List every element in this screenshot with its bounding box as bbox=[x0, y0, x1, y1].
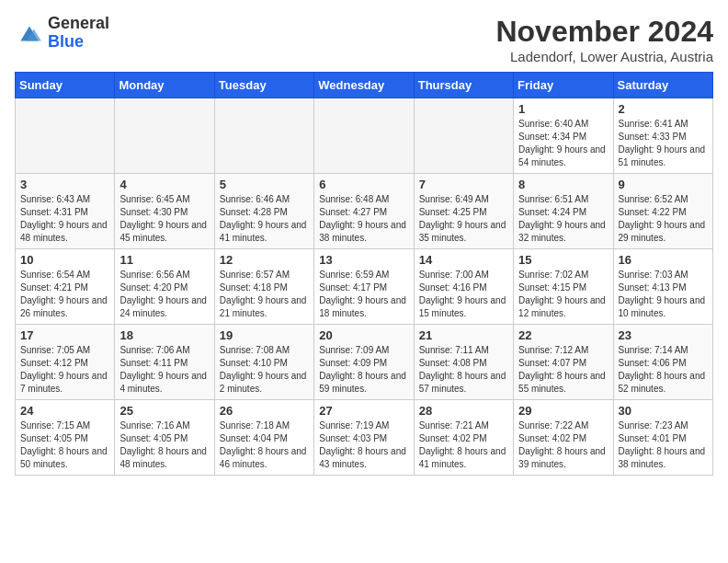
calendar-cell: 30Sunrise: 7:23 AMSunset: 4:01 PMDayligh… bbox=[613, 400, 712, 476]
day-number: 23 bbox=[619, 328, 708, 342]
month-title: November 2024 bbox=[495, 15, 713, 49]
day-info: Sunrise: 7:22 AMSunset: 4:02 PMDaylight:… bbox=[518, 419, 608, 471]
logo-general: General bbox=[48, 14, 109, 32]
calendar-cell: 6Sunrise: 6:48 AMSunset: 4:27 PMDaylight… bbox=[314, 174, 414, 249]
day-info: Sunrise: 7:18 AMSunset: 4:04 PMDaylight:… bbox=[220, 419, 309, 471]
day-number: 27 bbox=[319, 404, 408, 418]
calendar-cell: 25Sunrise: 7:16 AMSunset: 4:05 PMDayligh… bbox=[115, 400, 214, 476]
page-header: General Blue November 2024 Ladendorf, Lo… bbox=[15, 15, 713, 64]
day-number: 20 bbox=[319, 328, 408, 342]
day-number: 11 bbox=[119, 253, 209, 267]
calendar-week-2: 3Sunrise: 6:43 AMSunset: 4:31 PMDaylight… bbox=[16, 174, 713, 249]
day-info: Sunrise: 7:11 AMSunset: 4:08 PMDaylight:… bbox=[419, 344, 508, 396]
day-number: 3 bbox=[20, 178, 109, 191]
calendar-cell: 2Sunrise: 6:41 AMSunset: 4:33 PMDaylight… bbox=[613, 98, 712, 174]
day-info: Sunrise: 6:51 AMSunset: 4:24 PMDaylight:… bbox=[518, 193, 608, 245]
day-info: Sunrise: 7:05 AMSunset: 4:12 PMDaylight:… bbox=[20, 344, 109, 396]
day-info: Sunrise: 6:43 AMSunset: 4:31 PMDaylight:… bbox=[20, 193, 109, 245]
calendar-cell: 21Sunrise: 7:11 AMSunset: 4:08 PMDayligh… bbox=[414, 325, 513, 400]
day-number: 21 bbox=[419, 328, 508, 342]
day-number: 16 bbox=[619, 253, 708, 267]
day-number: 9 bbox=[619, 178, 708, 191]
day-number: 5 bbox=[220, 178, 309, 191]
calendar-cell bbox=[314, 98, 414, 174]
calendar-cell bbox=[115, 98, 214, 174]
calendar-cell: 5Sunrise: 6:46 AMSunset: 4:28 PMDaylight… bbox=[214, 174, 313, 249]
calendar-cell: 27Sunrise: 7:19 AMSunset: 4:03 PMDayligh… bbox=[314, 400, 414, 476]
calendar-week-3: 10Sunrise: 6:54 AMSunset: 4:21 PMDayligh… bbox=[16, 249, 713, 325]
day-info: Sunrise: 7:03 AMSunset: 4:13 PMDaylight:… bbox=[619, 269, 708, 320]
day-info: Sunrise: 6:59 AMSunset: 4:17 PMDaylight:… bbox=[319, 269, 408, 320]
day-info: Sunrise: 7:00 AMSunset: 4:16 PMDaylight:… bbox=[419, 269, 508, 320]
day-info: Sunrise: 7:02 AMSunset: 4:15 PMDaylight:… bbox=[518, 269, 608, 320]
day-info: Sunrise: 7:21 AMSunset: 4:02 PMDaylight:… bbox=[419, 419, 508, 471]
day-info: Sunrise: 6:49 AMSunset: 4:25 PMDaylight:… bbox=[419, 193, 508, 245]
day-number: 24 bbox=[20, 404, 109, 418]
calendar-cell: 13Sunrise: 6:59 AMSunset: 4:17 PMDayligh… bbox=[314, 249, 414, 325]
day-number: 18 bbox=[119, 328, 209, 342]
day-number: 13 bbox=[319, 253, 408, 267]
calendar-week-5: 24Sunrise: 7:15 AMSunset: 4:05 PMDayligh… bbox=[16, 400, 713, 476]
calendar-cell: 8Sunrise: 6:51 AMSunset: 4:24 PMDaylight… bbox=[514, 174, 613, 249]
calendar-cell: 7Sunrise: 6:49 AMSunset: 4:25 PMDaylight… bbox=[414, 174, 513, 249]
title-block: November 2024 Ladendorf, Lower Austria, … bbox=[495, 15, 713, 64]
day-number: 17 bbox=[20, 328, 109, 342]
day-number: 2 bbox=[619, 102, 708, 116]
day-info: Sunrise: 7:14 AMSunset: 4:06 PMDaylight:… bbox=[619, 344, 708, 396]
logo: General Blue bbox=[15, 15, 109, 52]
day-number: 28 bbox=[419, 404, 508, 418]
day-info: Sunrise: 7:15 AMSunset: 4:05 PMDaylight:… bbox=[20, 419, 109, 471]
day-number: 15 bbox=[518, 253, 608, 267]
day-info: Sunrise: 7:16 AMSunset: 4:05 PMDaylight:… bbox=[119, 419, 209, 471]
calendar-cell: 12Sunrise: 6:57 AMSunset: 4:18 PMDayligh… bbox=[214, 249, 313, 325]
calendar-cell: 16Sunrise: 7:03 AMSunset: 4:13 PMDayligh… bbox=[613, 249, 712, 325]
weekday-header-saturday: Saturday bbox=[613, 73, 712, 98]
day-number: 26 bbox=[220, 404, 309, 418]
calendar-cell bbox=[414, 98, 513, 174]
day-info: Sunrise: 6:56 AMSunset: 4:20 PMDaylight:… bbox=[119, 269, 209, 320]
day-info: Sunrise: 7:12 AMSunset: 4:07 PMDaylight:… bbox=[518, 344, 608, 396]
calendar-cell: 26Sunrise: 7:18 AMSunset: 4:04 PMDayligh… bbox=[214, 400, 313, 476]
day-info: Sunrise: 7:08 AMSunset: 4:10 PMDaylight:… bbox=[220, 344, 309, 396]
day-number: 30 bbox=[619, 404, 708, 418]
day-number: 6 bbox=[319, 178, 408, 191]
weekday-header-friday: Friday bbox=[514, 73, 613, 98]
day-number: 14 bbox=[419, 253, 508, 267]
day-number: 8 bbox=[518, 178, 608, 191]
day-number: 25 bbox=[119, 404, 209, 418]
day-info: Sunrise: 6:41 AMSunset: 4:33 PMDaylight:… bbox=[619, 118, 708, 169]
calendar-cell: 14Sunrise: 7:00 AMSunset: 4:16 PMDayligh… bbox=[414, 249, 513, 325]
logo-blue: Blue bbox=[48, 32, 84, 51]
day-info: Sunrise: 6:46 AMSunset: 4:28 PMDaylight:… bbox=[220, 193, 309, 245]
calendar-cell: 10Sunrise: 6:54 AMSunset: 4:21 PMDayligh… bbox=[16, 249, 115, 325]
day-number: 29 bbox=[518, 404, 608, 418]
calendar-cell: 15Sunrise: 7:02 AMSunset: 4:15 PMDayligh… bbox=[514, 249, 613, 325]
calendar-cell bbox=[214, 98, 313, 174]
calendar-header: SundayMondayTuesdayWednesdayThursdayFrid… bbox=[16, 73, 713, 98]
calendar-cell: 4Sunrise: 6:45 AMSunset: 4:30 PMDaylight… bbox=[115, 174, 214, 249]
weekday-header-wednesday: Wednesday bbox=[314, 73, 414, 98]
weekday-header-monday: Monday bbox=[115, 73, 214, 98]
calendar-cell: 11Sunrise: 6:56 AMSunset: 4:20 PMDayligh… bbox=[115, 249, 214, 325]
day-number: 22 bbox=[518, 328, 608, 342]
day-number: 4 bbox=[119, 178, 209, 191]
day-info: Sunrise: 7:19 AMSunset: 4:03 PMDaylight:… bbox=[319, 419, 408, 471]
calendar-cell: 17Sunrise: 7:05 AMSunset: 4:12 PMDayligh… bbox=[16, 325, 115, 400]
logo-icon bbox=[15, 20, 44, 46]
weekday-header-tuesday: Tuesday bbox=[214, 73, 313, 98]
day-number: 1 bbox=[518, 102, 608, 116]
calendar-cell: 9Sunrise: 6:52 AMSunset: 4:22 PMDaylight… bbox=[613, 174, 712, 249]
day-info: Sunrise: 6:57 AMSunset: 4:18 PMDaylight:… bbox=[220, 269, 309, 320]
day-info: Sunrise: 6:54 AMSunset: 4:21 PMDaylight:… bbox=[20, 269, 109, 320]
day-number: 7 bbox=[419, 178, 508, 191]
day-info: Sunrise: 7:09 AMSunset: 4:09 PMDaylight:… bbox=[319, 344, 408, 396]
calendar-cell: 28Sunrise: 7:21 AMSunset: 4:02 PMDayligh… bbox=[414, 400, 513, 476]
calendar-cell: 29Sunrise: 7:22 AMSunset: 4:02 PMDayligh… bbox=[514, 400, 613, 476]
calendar-cell: 20Sunrise: 7:09 AMSunset: 4:09 PMDayligh… bbox=[314, 325, 414, 400]
calendar-week-4: 17Sunrise: 7:05 AMSunset: 4:12 PMDayligh… bbox=[16, 325, 713, 400]
day-number: 19 bbox=[220, 328, 309, 342]
calendar-body: 1Sunrise: 6:40 AMSunset: 4:34 PMDaylight… bbox=[16, 98, 713, 476]
calendar-cell: 3Sunrise: 6:43 AMSunset: 4:31 PMDaylight… bbox=[16, 174, 115, 249]
calendar: SundayMondayTuesdayWednesdayThursdayFrid… bbox=[15, 72, 713, 476]
calendar-cell: 18Sunrise: 7:06 AMSunset: 4:11 PMDayligh… bbox=[115, 325, 214, 400]
